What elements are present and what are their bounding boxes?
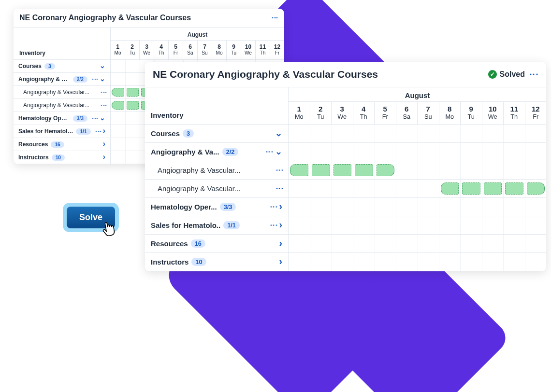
row-timeline: [288, 143, 546, 161]
scheduled-block[interactable]: [355, 164, 373, 176]
group-row[interactable]: Hematology Oper...3/3⋮: [14, 112, 110, 125]
day-number: 12: [525, 105, 547, 113]
timeline-cell: [375, 198, 396, 216]
row-menu-icon[interactable]: ⋮: [102, 89, 105, 95]
scheduled-block[interactable]: [505, 182, 523, 195]
group-row[interactable]: Angiography & Va...2/2⋮: [145, 143, 288, 161]
panel-menu-icon[interactable]: ⋮: [530, 70, 538, 79]
day-column-header: 8Mo: [212, 41, 226, 60]
panel-menu-icon[interactable]: ⋮: [272, 14, 278, 21]
day-column-header: 7Su: [197, 41, 212, 60]
day-of-week: Tu: [125, 50, 139, 56]
day-column-header: 1Mo: [110, 41, 125, 60]
timeline-cell: [460, 180, 481, 197]
timeline-cell: [418, 216, 439, 234]
inventory-heading: Inventory: [14, 28, 110, 60]
day-number: 12: [270, 43, 284, 50]
row-menu-icon[interactable]: ⋮: [278, 185, 282, 192]
timeline-cell: [125, 73, 140, 85]
timeline-cell: [125, 125, 140, 138]
row-menu-icon[interactable]: ⋮: [97, 128, 100, 134]
scheduled-block[interactable]: [441, 182, 459, 195]
timeline-cell: [332, 161, 353, 179]
scheduled-block[interactable]: [112, 88, 124, 97]
timeline-cell: [353, 161, 374, 179]
scheduled-block[interactable]: [462, 182, 480, 195]
day-of-week: Mo: [289, 113, 310, 120]
timeline-cell: [310, 180, 331, 197]
day-of-week: Mo: [212, 50, 226, 56]
timeline-cell: [310, 143, 331, 161]
month-heading: August: [288, 87, 546, 102]
group-row[interactable]: Sales for Hematolo..1/1⋮: [14, 125, 110, 138]
group-row[interactable]: Hematology Oper...3/3⋮: [145, 198, 288, 216]
row-menu-icon[interactable]: ⋮: [268, 148, 272, 155]
scheduled-block[interactable]: [290, 164, 308, 176]
group-row[interactable]: Instructors10: [14, 151, 110, 164]
count-badge: 16: [51, 141, 64, 148]
chevron-down-icon[interactable]: [275, 129, 282, 138]
chevron-right-icon[interactable]: [279, 221, 283, 229]
timeline-cell: [111, 125, 125, 138]
day-number: 5: [375, 105, 396, 113]
timeline-cell: [460, 235, 481, 252]
group-row[interactable]: Angiography & Va...2/2⋮: [14, 73, 110, 86]
chevron-right-icon[interactable]: [279, 258, 283, 266]
scheduled-block[interactable]: [112, 101, 124, 110]
row-label-text: Angiography & Va...: [151, 148, 219, 156]
row-menu-icon[interactable]: ⋮: [278, 167, 282, 174]
chevron-down-icon[interactable]: [100, 76, 105, 83]
timeline-cell: [111, 138, 125, 151]
chevron-right-icon[interactable]: [103, 141, 105, 148]
day-number: 5: [169, 43, 183, 50]
row-menu-icon[interactable]: ⋮: [93, 76, 97, 82]
scheduled-block[interactable]: [334, 164, 351, 176]
day-number: 10: [482, 105, 504, 113]
day-of-week: Sa: [396, 113, 418, 120]
row-menu-icon[interactable]: ⋮: [272, 222, 276, 229]
group-row[interactable]: Courses3: [145, 125, 288, 143]
row-menu-icon[interactable]: ⋮: [93, 115, 97, 121]
timeline-cell: [418, 198, 439, 216]
day-of-week: We: [140, 50, 154, 56]
group-row[interactable]: Sales for Hematolo..1/1⋮: [145, 216, 288, 235]
row-menu-icon[interactable]: ⋮: [272, 203, 276, 210]
scheduled-block[interactable]: [127, 88, 139, 97]
group-row[interactable]: Resources16: [14, 138, 110, 151]
group-row[interactable]: Courses3: [14, 60, 110, 73]
timeline-cell: [525, 235, 546, 252]
timeline-cell: [125, 60, 140, 72]
timeline-cell: [375, 125, 396, 142]
scheduled-block[interactable]: [127, 101, 139, 110]
day-number: 6: [183, 43, 197, 50]
day-number: 4: [353, 105, 375, 113]
timeline-cell: [525, 216, 546, 234]
course-row: Angiography & Vascular...⋮: [145, 180, 288, 198]
timeline-cell: [375, 253, 396, 271]
group-row[interactable]: Resources16: [145, 235, 288, 253]
scheduled-block[interactable]: [377, 164, 394, 176]
day-column-header: 11Th: [503, 102, 525, 125]
timeline-cell: [460, 125, 481, 142]
chevron-down-icon[interactable]: [100, 63, 105, 70]
scheduled-block[interactable]: [312, 164, 330, 176]
day-of-week: Mo: [111, 50, 125, 56]
row-menu-icon[interactable]: ⋮: [102, 102, 105, 108]
chevron-right-icon[interactable]: [279, 239, 283, 248]
day-of-week: Su: [198, 50, 212, 56]
timeline-cell: [439, 180, 460, 197]
chevron-down-icon[interactable]: [100, 115, 105, 122]
chevron-right-icon[interactable]: [279, 203, 283, 211]
day-column-header: 12Fr: [525, 102, 547, 125]
timeline-cell: [418, 253, 439, 271]
group-row[interactable]: Instructors10: [145, 253, 288, 271]
timeline-cell: [418, 235, 439, 252]
chevron-right-icon[interactable]: [103, 154, 105, 161]
chevron-down-icon[interactable]: [275, 148, 282, 156]
day-column-header: 10We: [482, 102, 504, 125]
chevron-right-icon[interactable]: [103, 128, 105, 135]
day-column-header: 5Fr: [374, 102, 396, 125]
scheduled-block[interactable]: [484, 182, 502, 195]
course-row: Angiography & Vascular...⋮: [14, 99, 110, 112]
scheduled-block[interactable]: [527, 182, 545, 195]
